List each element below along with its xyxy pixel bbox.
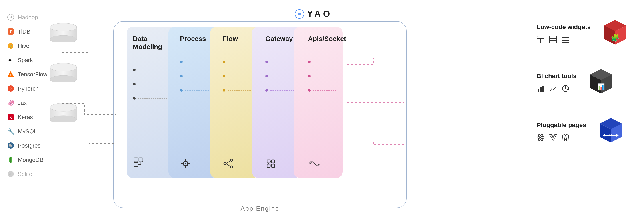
svg-text:○: ○ bbox=[9, 86, 12, 91]
hadoop-label: Hadoop bbox=[18, 14, 38, 21]
svg-point-28 bbox=[50, 63, 77, 71]
hive-label: Hive bbox=[18, 43, 29, 49]
svg-text:🔧: 🔧 bbox=[8, 128, 14, 135]
datasource-tidb: T TiDB bbox=[7, 28, 47, 36]
chart-icon-3 bbox=[562, 85, 570, 93]
svg-rect-54 bbox=[272, 164, 275, 167]
svg-line-50 bbox=[226, 164, 230, 166]
sqlite-icon: db bbox=[7, 170, 15, 178]
svg-point-47 bbox=[230, 159, 233, 161]
card-data-modeling-icon bbox=[133, 157, 169, 170]
dot-2 bbox=[133, 83, 136, 85]
app-engine-label: App Engine bbox=[235, 205, 285, 212]
widget-icon-2 bbox=[549, 36, 557, 44]
card-data-modeling: DataModeling bbox=[127, 27, 176, 178]
card-flow: Flow bbox=[210, 27, 259, 178]
gdot-1 bbox=[265, 61, 268, 63]
fdot-1 bbox=[223, 61, 225, 63]
datasource-spark: ✦ Spark bbox=[7, 56, 47, 64]
datasource-pytorch: ○ PyTorch bbox=[7, 85, 47, 93]
svg-rect-62 bbox=[550, 36, 557, 43]
svg-point-32 bbox=[50, 103, 77, 111]
output-bi-chart: BI chart tools 📊 bbox=[537, 67, 631, 98]
postgres-icon: 🐘 bbox=[7, 142, 15, 150]
svg-point-23 bbox=[50, 35, 77, 42]
svg-rect-74 bbox=[542, 86, 544, 92]
datasource-jax: 🦑 Jax bbox=[7, 99, 47, 107]
datasource-sqlite: db Sqlite bbox=[7, 170, 47, 178]
datasource-tensorflow: T TensorFlow bbox=[7, 70, 47, 78]
svg-text:🦑: 🦑 bbox=[8, 99, 14, 106]
sqlite-label: Sqlite bbox=[18, 171, 32, 178]
card-apis-title: Apis/Socket bbox=[300, 35, 336, 43]
output-bi-chart-title: BI chart tools bbox=[537, 72, 576, 80]
svg-point-31 bbox=[50, 116, 77, 122]
output-low-code: Low-code widgets 🧩 bbox=[537, 18, 631, 49]
output-panel: Low-code widgets 🧩 BI chart tool bbox=[537, 18, 631, 147]
react-icon bbox=[537, 134, 545, 142]
pdot-1 bbox=[180, 61, 183, 63]
gdot-3 bbox=[265, 89, 268, 92]
card-gateway-icon bbox=[258, 158, 295, 170]
svg-point-45 bbox=[185, 163, 186, 164]
svg-text:🐝: 🐝 bbox=[9, 44, 13, 48]
svg-line-77 bbox=[566, 89, 568, 90]
svg-text:🧩: 🧩 bbox=[611, 33, 620, 42]
mysql-icon: 🔧 bbox=[7, 127, 15, 135]
card-data-modeling-dots bbox=[133, 69, 169, 100]
spark-label: Spark bbox=[18, 57, 33, 64]
jax-icon: 🦑 bbox=[7, 99, 15, 107]
tidb-label: TiDB bbox=[18, 28, 30, 35]
box-pluggable: ⇔ bbox=[595, 116, 626, 147]
main-diagram: YAO App Engine DataModeling bbox=[102, 9, 524, 214]
jax-label: Jax bbox=[18, 99, 27, 106]
svg-text:db: db bbox=[9, 172, 12, 176]
output-low-code-info: Low-code widgets bbox=[537, 23, 591, 44]
svg-rect-34 bbox=[134, 158, 138, 162]
fdot-2 bbox=[223, 75, 225, 77]
pytorch-icon: ○ bbox=[7, 85, 15, 93]
widget-icon-1 bbox=[537, 36, 545, 44]
svg-text:T: T bbox=[10, 30, 12, 34]
datasource-hive: 🐝 Hive bbox=[7, 42, 47, 50]
card-flow-dots bbox=[216, 61, 253, 92]
datasource-mysql: 🔧 MySQL bbox=[7, 127, 47, 135]
pipeline-cards: DataModeling Process bbox=[127, 27, 343, 178]
svg-text:H: H bbox=[10, 16, 12, 19]
tidb-icon: T bbox=[7, 28, 15, 36]
tensorflow-icon: T bbox=[7, 70, 15, 78]
cylinder-3 bbox=[49, 102, 78, 122]
svg-rect-35 bbox=[139, 158, 143, 162]
hive-icon: 🐝 bbox=[7, 42, 15, 50]
datasource-list: H Hadoop T TiDB 🐝 Hive ✦ Spark T TensorF… bbox=[7, 13, 47, 178]
hadoop-icon: H bbox=[7, 13, 15, 21]
mongodb-icon bbox=[7, 156, 15, 164]
card-apis: Apis/Socket bbox=[294, 27, 343, 178]
adot-1 bbox=[308, 61, 311, 63]
card-flow-title: Flow bbox=[216, 35, 253, 43]
svg-marker-89 bbox=[564, 135, 567, 139]
adot-2 bbox=[308, 75, 311, 77]
fdot-3 bbox=[223, 89, 225, 92]
card-apis-dots bbox=[300, 61, 336, 92]
svg-rect-52 bbox=[272, 160, 275, 163]
yao-logo-icon bbox=[294, 9, 304, 19]
svg-point-24 bbox=[50, 23, 77, 31]
card-data-modeling-title: DataModeling bbox=[133, 35, 169, 51]
card-process-dots bbox=[175, 61, 211, 92]
datasource-hadoop: H Hadoop bbox=[7, 13, 47, 21]
angular-icon bbox=[562, 134, 570, 142]
card-gateway-title: Gateway bbox=[258, 35, 295, 43]
chart-icon-2 bbox=[549, 85, 557, 93]
svg-rect-72 bbox=[538, 89, 539, 92]
svg-point-27 bbox=[50, 75, 77, 82]
output-low-code-icons bbox=[537, 36, 591, 44]
svg-text:✦: ✦ bbox=[8, 57, 12, 64]
svg-text:📊: 📊 bbox=[597, 83, 605, 91]
datasource-postgres: 🐘 Postgres bbox=[7, 142, 47, 150]
datasource-keras: K Keras bbox=[7, 113, 47, 121]
widget-icon-3 bbox=[562, 36, 570, 44]
svg-rect-67 bbox=[562, 41, 569, 42]
output-low-code-title: Low-code widgets bbox=[537, 23, 591, 31]
spark-icon: ✦ bbox=[7, 56, 15, 64]
